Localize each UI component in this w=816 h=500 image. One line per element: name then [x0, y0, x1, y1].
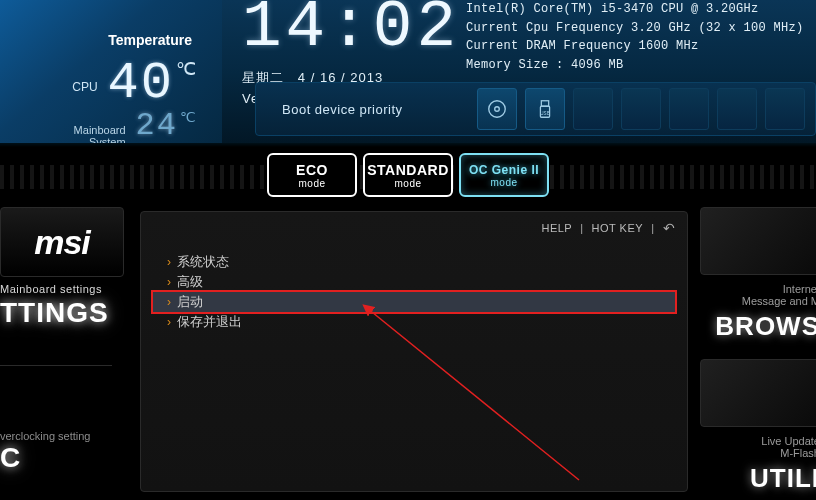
- chevron-icon: ›: [167, 295, 171, 309]
- chevron-icon: ›: [167, 255, 171, 269]
- cpu-model: Intel(R) Core(TM) i5-3470 CPU @ 3.20GHz: [466, 0, 806, 19]
- oc-genie-mode-button[interactable]: OC Genie IImode: [459, 153, 549, 197]
- menu-item-0[interactable]: ›系统状态: [155, 252, 673, 272]
- help-bar: HELP | HOT KEY | ↶: [541, 220, 675, 236]
- divider: [0, 365, 112, 366]
- undo-icon[interactable]: ↶: [663, 220, 676, 236]
- boot-device-disc-icon[interactable]: [477, 88, 517, 130]
- cpu-temp-label: CPU: [72, 80, 97, 94]
- svg-point-0: [489, 101, 506, 118]
- main-menu-panel: HELP | HOT KEY | ↶ ›系统状态›高级›启动›保存并退出: [140, 211, 688, 492]
- temperature-title: Temperature: [0, 32, 192, 48]
- menu-item-label: 高级: [177, 273, 203, 291]
- hotkey-link[interactable]: HOT KEY: [592, 222, 644, 234]
- right-sidebar: InternetMessage and M BROWS Live UpdateM…: [698, 203, 816, 500]
- settings-caption: Mainboard settings: [0, 283, 130, 295]
- eco-mode-button[interactable]: ECOmode: [267, 153, 357, 197]
- memory-size: Memory Size : 4096 MB: [466, 56, 806, 75]
- settings-menu-list: ›系统状态›高级›启动›保存并退出: [155, 252, 673, 332]
- dram-frequency: Current DRAM Frequency 1600 MHz: [466, 37, 806, 56]
- content-area: msi Mainboard settings TTINGS verclockin…: [0, 203, 816, 500]
- temperature-panel: Temperature CPU 40 ℃ Mainboard System 24…: [0, 0, 222, 147]
- svg-point-1: [495, 107, 500, 112]
- menu-item-3[interactable]: ›保存并退出: [155, 312, 673, 332]
- left-sidebar: msi Mainboard settings TTINGS verclockin…: [0, 203, 130, 500]
- boot-device-slot[interactable]: [669, 88, 709, 130]
- boot-device-usb-icon[interactable]: USB: [525, 88, 565, 130]
- menu-item-label: 系统状态: [177, 253, 229, 271]
- mainboard-temp-label: Mainboard System: [74, 124, 126, 148]
- svg-text:USB: USB: [540, 111, 549, 116]
- chevron-icon: ›: [167, 275, 171, 289]
- cpu-temp-value: 40: [108, 58, 174, 110]
- chevron-icon: ›: [167, 315, 171, 329]
- standard-mode-button[interactable]: STANDARDmode: [363, 153, 453, 197]
- menu-item-label: 保存并退出: [177, 313, 242, 331]
- menu-item-2[interactable]: ›启动: [153, 292, 675, 312]
- svg-line-5: [367, 308, 579, 480]
- mode-buttons-row: ECOmode STANDARDmode OC Genie IImode: [0, 147, 816, 203]
- boot-device-priority-strip: Boot device priority USB: [255, 82, 816, 136]
- system-info: Intel(R) Core(TM) i5-3470 CPU @ 3.20GHz …: [466, 0, 806, 74]
- help-link[interactable]: HELP: [541, 222, 572, 234]
- svg-rect-2: [541, 101, 548, 107]
- browser-heading: BROWS: [715, 311, 816, 342]
- boot-device-slot[interactable]: [765, 88, 805, 130]
- mainboard-temp-unit: ℃: [180, 109, 196, 125]
- bios-header: Temperature CPU 40 ℃ Mainboard System 24…: [0, 0, 816, 147]
- oc-caption: verclocking setting: [0, 430, 130, 442]
- boot-device-slot[interactable]: [717, 88, 757, 130]
- cpu-frequency: Current Cpu Frequency 3.20 GHz (32 x 100…: [466, 19, 806, 38]
- boot-device-slot[interactable]: [573, 88, 613, 130]
- utilities-tile[interactable]: [700, 359, 816, 427]
- cpu-temp-unit: ℃: [176, 58, 196, 80]
- msi-logo[interactable]: msi: [0, 207, 124, 277]
- boot-device-slot[interactable]: [621, 88, 661, 130]
- mainboard-temp-value: 24: [136, 110, 178, 142]
- utilities-heading: UTILI: [750, 463, 816, 494]
- settings-heading: TTINGS: [0, 297, 130, 329]
- utilities-caption: Live UpdateM-Flash: [700, 435, 816, 459]
- browser-tile[interactable]: [700, 207, 816, 275]
- menu-item-label: 启动: [177, 293, 203, 311]
- menu-item-1[interactable]: ›高级: [155, 272, 673, 292]
- oc-heading-partial: C: [0, 442, 130, 474]
- boot-priority-label: Boot device priority: [282, 102, 403, 117]
- browser-caption: InternetMessage and M: [700, 283, 816, 307]
